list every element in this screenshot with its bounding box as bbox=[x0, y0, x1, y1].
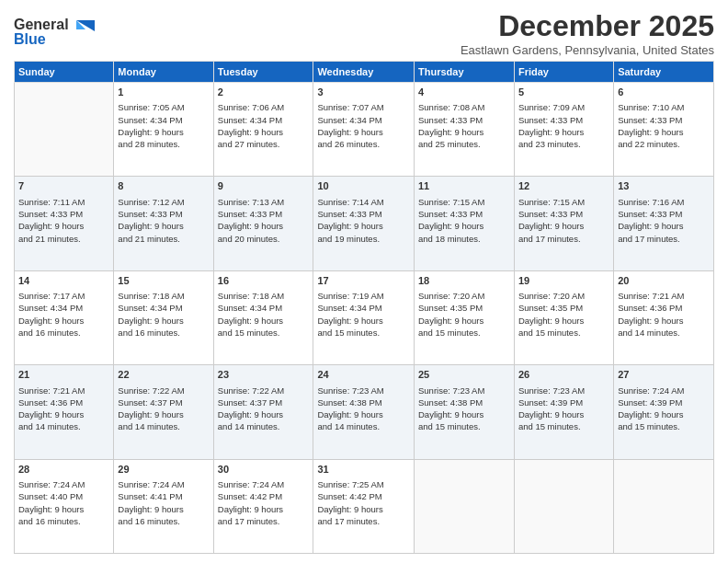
day-info: Sunrise: 7:19 AMSunset: 4:34 PMDaylight:… bbox=[317, 290, 410, 339]
table-row: 30Sunrise: 7:24 AMSunset: 4:42 PMDayligh… bbox=[213, 459, 313, 553]
calendar-header-row: Sunday Monday Tuesday Wednesday Thursday… bbox=[15, 62, 714, 83]
calendar-week-row: 7Sunrise: 7:11 AMSunset: 4:33 PMDaylight… bbox=[15, 177, 714, 270]
day-number: 14 bbox=[18, 274, 109, 288]
day-number: 8 bbox=[118, 179, 209, 193]
day-info: Sunrise: 7:05 AMSunset: 4:34 PMDaylight:… bbox=[118, 101, 209, 150]
day-info: Sunrise: 7:14 AMSunset: 4:33 PMDaylight:… bbox=[317, 196, 410, 245]
day-info: Sunrise: 7:24 AMSunset: 4:39 PMDaylight:… bbox=[618, 385, 710, 433]
table-row: 14Sunrise: 7:17 AMSunset: 4:34 PMDayligh… bbox=[15, 270, 114, 364]
table-row: 3Sunrise: 7:07 AMSunset: 4:34 PMDaylight… bbox=[313, 83, 415, 177]
day-info: Sunrise: 7:08 AMSunset: 4:33 PMDaylight:… bbox=[418, 101, 510, 150]
day-number: 5 bbox=[518, 86, 609, 99]
table-row: 18Sunrise: 7:20 AMSunset: 4:35 PMDayligh… bbox=[415, 270, 515, 364]
header: General Blue December 2025 Eastlawn Gard… bbox=[14, 9, 714, 57]
header-tuesday: Tuesday bbox=[213, 62, 313, 83]
day-info: Sunrise: 7:22 AMSunset: 4:37 PMDaylight:… bbox=[218, 385, 310, 433]
table-row: 29Sunrise: 7:24 AMSunset: 4:41 PMDayligh… bbox=[114, 459, 213, 553]
header-wednesday: Wednesday bbox=[313, 62, 415, 83]
day-info: Sunrise: 7:23 AMSunset: 4:38 PMDaylight:… bbox=[418, 385, 510, 433]
day-info: Sunrise: 7:23 AMSunset: 4:39 PMDaylight:… bbox=[518, 385, 609, 433]
day-info: Sunrise: 7:21 AMSunset: 4:36 PMDaylight:… bbox=[618, 290, 710, 339]
day-number: 18 bbox=[418, 274, 510, 288]
table-row: 23Sunrise: 7:22 AMSunset: 4:37 PMDayligh… bbox=[213, 365, 313, 459]
header-monday: Monday bbox=[114, 62, 213, 83]
day-number: 10 bbox=[317, 179, 410, 193]
day-info: Sunrise: 7:25 AMSunset: 4:42 PMDaylight:… bbox=[317, 478, 410, 527]
table-row bbox=[415, 459, 515, 553]
table-row: 1Sunrise: 7:05 AMSunset: 4:34 PMDaylight… bbox=[114, 83, 213, 177]
day-number: 21 bbox=[18, 368, 109, 382]
calendar-week-row: 14Sunrise: 7:17 AMSunset: 4:34 PMDayligh… bbox=[15, 270, 714, 364]
day-number: 11 bbox=[418, 179, 510, 193]
day-number: 13 bbox=[618, 179, 710, 193]
table-row bbox=[15, 83, 114, 177]
table-row: 24Sunrise: 7:23 AMSunset: 4:38 PMDayligh… bbox=[313, 365, 415, 459]
table-row: 7Sunrise: 7:11 AMSunset: 4:33 PMDaylight… bbox=[15, 177, 114, 270]
table-row: 5Sunrise: 7:09 AMSunset: 4:33 PMDaylight… bbox=[514, 83, 613, 177]
table-row: 11Sunrise: 7:15 AMSunset: 4:33 PMDayligh… bbox=[415, 177, 515, 270]
calendar-week-row: 21Sunrise: 7:21 AMSunset: 4:36 PMDayligh… bbox=[15, 365, 714, 459]
table-row: 17Sunrise: 7:19 AMSunset: 4:34 PMDayligh… bbox=[313, 270, 415, 364]
day-number: 30 bbox=[218, 463, 310, 477]
svg-text:General: General bbox=[14, 17, 69, 32]
day-number: 12 bbox=[518, 179, 609, 193]
table-row: 28Sunrise: 7:24 AMSunset: 4:40 PMDayligh… bbox=[15, 459, 114, 553]
table-row: 6Sunrise: 7:10 AMSunset: 4:33 PMDaylight… bbox=[614, 83, 714, 177]
table-row: 2Sunrise: 7:06 AMSunset: 4:34 PMDaylight… bbox=[213, 83, 313, 177]
table-row: 15Sunrise: 7:18 AMSunset: 4:34 PMDayligh… bbox=[114, 270, 213, 364]
calendar-week-row: 1Sunrise: 7:05 AMSunset: 4:34 PMDaylight… bbox=[15, 83, 714, 177]
table-row: 9Sunrise: 7:13 AMSunset: 4:33 PMDaylight… bbox=[213, 177, 313, 270]
table-row: 31Sunrise: 7:25 AMSunset: 4:42 PMDayligh… bbox=[313, 459, 415, 553]
calendar-week-row: 28Sunrise: 7:24 AMSunset: 4:40 PMDayligh… bbox=[15, 459, 714, 553]
day-number: 23 bbox=[218, 368, 310, 382]
table-row: 20Sunrise: 7:21 AMSunset: 4:36 PMDayligh… bbox=[614, 270, 714, 364]
header-thursday: Thursday bbox=[415, 62, 515, 83]
day-number: 26 bbox=[518, 368, 609, 382]
day-info: Sunrise: 7:18 AMSunset: 4:34 PMDaylight:… bbox=[218, 290, 310, 339]
table-row bbox=[514, 459, 613, 553]
day-number: 24 bbox=[317, 368, 410, 382]
day-number: 16 bbox=[218, 274, 310, 288]
table-row: 22Sunrise: 7:22 AMSunset: 4:37 PMDayligh… bbox=[114, 365, 213, 459]
day-number: 19 bbox=[518, 274, 609, 288]
day-info: Sunrise: 7:24 AMSunset: 4:42 PMDaylight:… bbox=[218, 478, 310, 527]
day-number: 2 bbox=[218, 86, 310, 99]
page: General Blue December 2025 Eastlawn Gard… bbox=[0, 0, 728, 563]
day-info: Sunrise: 7:20 AMSunset: 4:35 PMDaylight:… bbox=[518, 290, 609, 339]
day-info: Sunrise: 7:16 AMSunset: 4:33 PMDaylight:… bbox=[618, 196, 710, 245]
table-row: 19Sunrise: 7:20 AMSunset: 4:35 PMDayligh… bbox=[514, 270, 613, 364]
day-number: 20 bbox=[618, 274, 710, 288]
day-info: Sunrise: 7:24 AMSunset: 4:41 PMDaylight:… bbox=[118, 478, 209, 527]
table-row: 4Sunrise: 7:08 AMSunset: 4:33 PMDaylight… bbox=[415, 83, 515, 177]
day-info: Sunrise: 7:10 AMSunset: 4:33 PMDaylight:… bbox=[618, 101, 710, 150]
day-info: Sunrise: 7:07 AMSunset: 4:34 PMDaylight:… bbox=[317, 101, 410, 150]
calendar-table: Sunday Monday Tuesday Wednesday Thursday… bbox=[14, 61, 714, 554]
day-number: 25 bbox=[418, 368, 510, 382]
month-title: December 2025 bbox=[461, 9, 714, 43]
header-friday: Friday bbox=[514, 62, 613, 83]
logo: General Blue bbox=[14, 13, 97, 52]
day-number: 3 bbox=[317, 86, 410, 99]
day-number: 4 bbox=[418, 86, 510, 99]
header-saturday: Saturday bbox=[614, 62, 714, 83]
svg-text:Blue: Blue bbox=[14, 31, 46, 47]
table-row: 27Sunrise: 7:24 AMSunset: 4:39 PMDayligh… bbox=[614, 365, 714, 459]
day-info: Sunrise: 7:22 AMSunset: 4:37 PMDaylight:… bbox=[118, 385, 209, 433]
day-number: 28 bbox=[18, 463, 109, 477]
table-row: 21Sunrise: 7:21 AMSunset: 4:36 PMDayligh… bbox=[15, 365, 114, 459]
day-number: 6 bbox=[618, 86, 710, 99]
day-info: Sunrise: 7:20 AMSunset: 4:35 PMDaylight:… bbox=[418, 290, 510, 339]
day-info: Sunrise: 7:06 AMSunset: 4:34 PMDaylight:… bbox=[218, 101, 310, 150]
table-row: 13Sunrise: 7:16 AMSunset: 4:33 PMDayligh… bbox=[614, 177, 714, 270]
day-info: Sunrise: 7:23 AMSunset: 4:38 PMDaylight:… bbox=[317, 385, 410, 433]
table-row: 10Sunrise: 7:14 AMSunset: 4:33 PMDayligh… bbox=[313, 177, 415, 270]
day-number: 17 bbox=[317, 274, 410, 288]
table-row bbox=[614, 459, 714, 553]
table-row: 12Sunrise: 7:15 AMSunset: 4:33 PMDayligh… bbox=[514, 177, 613, 270]
table-row: 16Sunrise: 7:18 AMSunset: 4:34 PMDayligh… bbox=[213, 270, 313, 364]
table-row: 8Sunrise: 7:12 AMSunset: 4:33 PMDaylight… bbox=[114, 177, 213, 270]
logo-icon: General Blue bbox=[14, 13, 97, 52]
day-info: Sunrise: 7:12 AMSunset: 4:33 PMDaylight:… bbox=[118, 196, 209, 245]
table-row: 25Sunrise: 7:23 AMSunset: 4:38 PMDayligh… bbox=[415, 365, 515, 459]
day-info: Sunrise: 7:15 AMSunset: 4:33 PMDaylight:… bbox=[418, 196, 510, 245]
